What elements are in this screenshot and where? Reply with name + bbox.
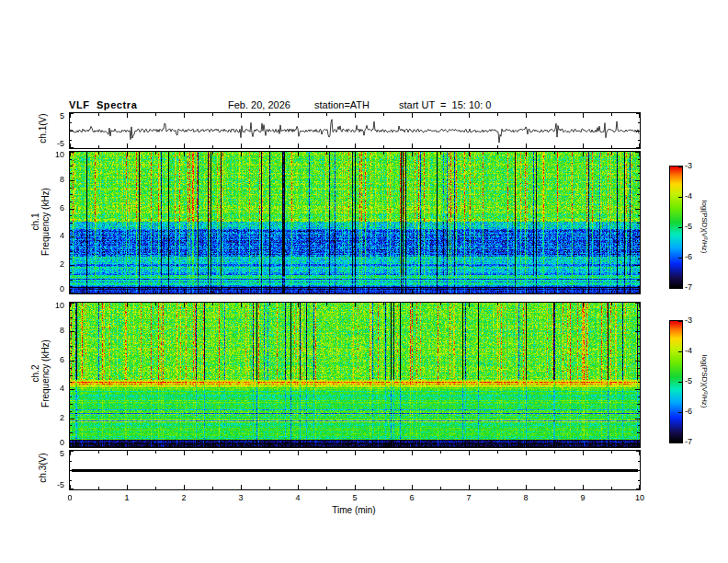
colorbar-tick-label: -3 [685,161,707,170]
y-tick-label: 0 [39,438,64,447]
y-tick-label: 5 [39,449,64,458]
ch2-axis-label-line2: Frequency (kHz) [40,326,51,421]
colorbar-ch1 [669,166,683,289]
y-tick-label: -5 [39,139,64,148]
y-tick-label: 10 [39,150,64,159]
figure-title: VLF Spectra [69,99,137,110]
x-tick-label: 10 [631,493,649,502]
figure-start-time: start UT = 15: 10: 0 [399,99,491,110]
ch1-frequency-axis-label: ch.1 Frequency (kHz) [30,174,51,270]
x-tick-label: 2 [175,493,193,502]
y-tick-label: 10 [39,301,64,310]
colorbar-tick-label: -5 [685,376,707,385]
y-tick-label: 4 [39,231,64,240]
x-tick-label: 8 [517,493,535,502]
ch2-spectrogram-plot [69,302,641,448]
ch1-axis-label-line1: ch.1 [30,174,40,270]
y-tick-label: 8 [39,175,64,184]
colorbar-tick-label: -6 [685,407,707,416]
y-tick-label: 6 [39,203,64,213]
y-tick-label: 6 [39,355,64,364]
figure-station: station=ATH [314,99,370,110]
ch2-axis-label-line1: ch.2 [30,326,40,421]
x-tick-label: 6 [403,493,421,502]
colorbar-tick-label: -5 [685,222,707,231]
vlf-spectra-figure: VLF Spectra Feb. 20, 2026 station=ATH st… [0,0,728,563]
colorbar-tick-label: -7 [685,282,707,292]
x-tick-label: 9 [574,493,592,502]
y-tick-label: 4 [39,384,64,393]
colorbar-tick-label: -3 [685,316,707,325]
x-tick-label: 3 [232,493,250,502]
colorbar-tick-label: -4 [685,191,707,201]
ch1-axis-label-line2: Frequency (kHz) [40,174,51,270]
y-tick-label: -5 [39,480,64,489]
x-tick-label: 5 [346,493,364,502]
ch1-spectrogram-plot [69,151,641,294]
y-tick-label: 2 [39,413,64,422]
colorbar-tick-label: -7 [685,437,707,446]
ch2-frequency-axis-label: ch.2 Frequency (kHz) [30,326,51,421]
figure-date: Feb. 20, 2026 [228,99,290,110]
colorbar-ch2 [669,320,683,443]
x-tick-label: 1 [118,493,136,502]
time-axis-label: Time (min) [308,505,400,515]
ch3-waveform-plot [69,450,641,490]
y-tick-label: 0 [39,284,64,293]
x-tick-label: 4 [289,493,307,502]
y-tick-label: 8 [39,326,64,335]
colorbar-tick-label: -6 [685,252,707,261]
y-tick-label: 5 [39,111,64,121]
x-tick-label: 7 [460,493,478,502]
x-tick-label: 0 [61,493,79,502]
ch1-waveform-plot [69,112,641,149]
y-tick-label: 2 [39,259,64,269]
colorbar-tick-label: -4 [685,346,707,355]
